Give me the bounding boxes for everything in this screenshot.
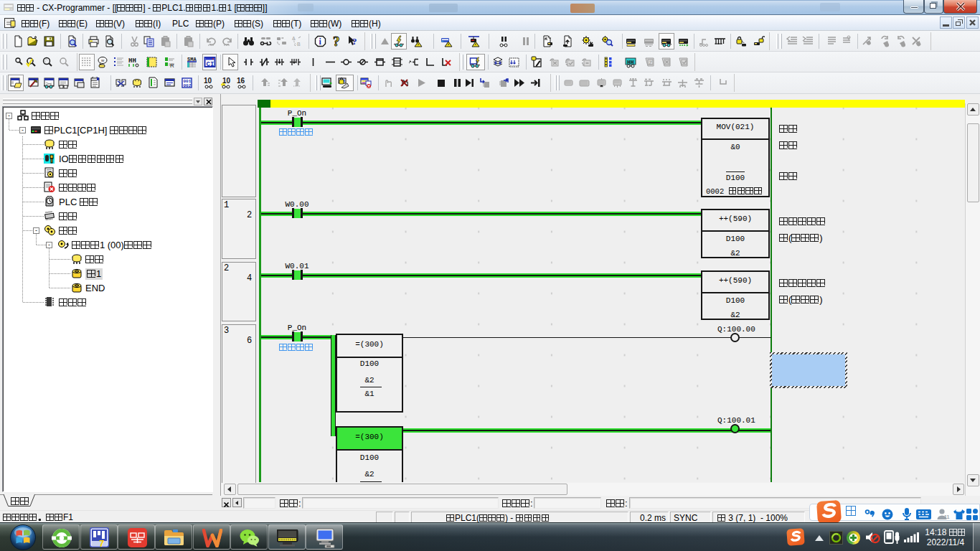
svg-text:HH: HH (128, 57, 136, 65)
svg-text:16: 16 (237, 77, 245, 85)
svg-text:?: ? (333, 35, 340, 47)
svg-text:R: R (170, 62, 174, 68)
svg-text:002: 002 (184, 83, 192, 88)
svg-text:CI: CI (207, 61, 215, 68)
svg-text:10: 10 (204, 77, 212, 85)
svg-text:10: 10 (222, 77, 231, 85)
svg-text:?: ? (352, 36, 357, 47)
svg-text:B: B (297, 42, 301, 47)
svg-text:7: 7 (99, 538, 104, 549)
svg-text:Z: Z (649, 60, 653, 65)
svg-text:w: w (100, 58, 105, 62)
svg-text:HH: HH (627, 59, 634, 65)
svg-text:11: 11 (944, 514, 950, 519)
